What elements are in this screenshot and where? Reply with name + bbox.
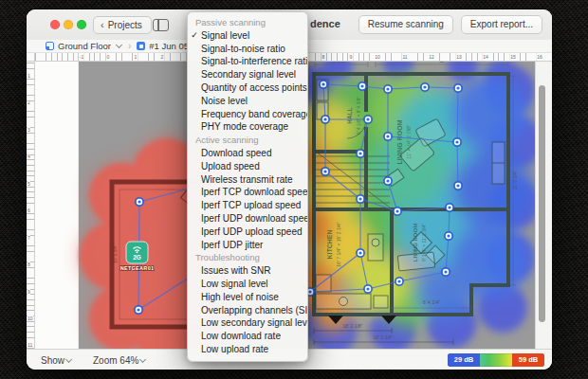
signal-scale-gradient: 29 dB 59 dB bbox=[448, 353, 544, 367]
ruler-number: 16 bbox=[536, 53, 543, 61]
menu-item-label: Iperf TCP upload speed bbox=[201, 199, 307, 212]
menu-item-signal-to-interference-ratio[interactable]: Signal-to-interference ratio bbox=[188, 55, 307, 68]
menu-section-header: Passive scanning bbox=[188, 16, 307, 29]
check-spacer bbox=[188, 95, 201, 108]
menu-item-signal-level[interactable]: ✓Signal level bbox=[188, 29, 307, 43]
zoom-menu-button[interactable]: Zoom 64% bbox=[93, 355, 146, 366]
show-menu-button[interactable]: Show bbox=[41, 355, 72, 366]
ruler-number: 13 bbox=[455, 53, 463, 61]
ruler-number: -1 bbox=[79, 53, 84, 61]
ruler-number: 3 bbox=[28, 127, 30, 133]
checkmark-icon: ✓ bbox=[188, 29, 201, 43]
check-spacer bbox=[188, 147, 201, 160]
survey-point[interactable] bbox=[445, 203, 454, 212]
ruler-number: 6 bbox=[28, 208, 30, 213]
export-report-button[interactable]: Export report... bbox=[461, 15, 542, 34]
menu-item-label: Iperf TCP download speed bbox=[201, 186, 308, 199]
menu-item-download-speed[interactable]: Download speed bbox=[188, 147, 307, 160]
survey-point[interactable] bbox=[356, 149, 365, 158]
check-spacer bbox=[188, 264, 201, 278]
menu-item-label: Wireless transmit rate bbox=[201, 173, 307, 187]
check-spacer bbox=[188, 81, 201, 95]
survey-point[interactable] bbox=[135, 197, 144, 207]
ruler-number: 1 bbox=[134, 53, 138, 61]
check-spacer bbox=[188, 278, 201, 291]
survey-point[interactable] bbox=[356, 194, 365, 204]
chevron-down-icon bbox=[65, 355, 72, 362]
vertical-scrollbar[interactable] bbox=[535, 62, 552, 349]
menu-item-label: Quantity of access points bbox=[201, 81, 307, 95]
minimize-window-button[interactable] bbox=[64, 20, 73, 29]
menu-item-low-signal-level[interactable]: Low signal level bbox=[188, 278, 307, 291]
ruler-number: 8 bbox=[28, 262, 30, 267]
check-spacer bbox=[188, 68, 201, 81]
vertical-ruler: 1234567891011 bbox=[27, 62, 35, 349]
sidebar-toggle-icon[interactable] bbox=[153, 19, 169, 31]
survey-point[interactable] bbox=[383, 84, 393, 94]
menu-item-label: Upload speed bbox=[201, 160, 307, 173]
survey-point[interactable] bbox=[441, 267, 450, 277]
survey-point[interactable] bbox=[444, 231, 453, 241]
survey-point[interactable] bbox=[395, 277, 404, 286]
app-window: ‹Projects dence Resume scanning Export r… bbox=[27, 9, 552, 370]
menu-item-iperf-tcp-upload-speed[interactable]: Iperf TCP upload speed bbox=[188, 199, 307, 212]
survey-point[interactable] bbox=[321, 115, 330, 124]
menu-item-signal-to-noise-ratio[interactable]: Signal-to-noise ratio bbox=[188, 43, 307, 56]
survey-point[interactable] bbox=[321, 167, 330, 176]
survey-point[interactable] bbox=[420, 82, 430, 92]
ruler-number: 2 bbox=[160, 53, 165, 61]
survey-point[interactable] bbox=[363, 115, 373, 124]
check-spacer bbox=[188, 316, 201, 330]
menu-item-label: Iperf UDP jitter bbox=[201, 239, 307, 252]
menu-item-upload-speed[interactable]: Upload speed bbox=[188, 160, 307, 173]
survey-point[interactable] bbox=[453, 181, 463, 190]
close-window-button[interactable] bbox=[50, 20, 60, 29]
menu-item-phy-mode-coverage[interactable]: PHY mode coverage bbox=[188, 120, 307, 134]
menu-item-overlapping-channels-sir-[interactable]: Overlapping channels (SIR) bbox=[188, 304, 307, 317]
check-spacer bbox=[188, 239, 201, 252]
survey-point[interactable] bbox=[358, 81, 367, 91]
ruler-number: 5 bbox=[28, 181, 30, 187]
check-spacer bbox=[188, 43, 201, 56]
scale-max-value: 59 dB bbox=[512, 353, 544, 367]
menu-section-header: Troubleshooting bbox=[188, 251, 307, 264]
survey-point[interactable] bbox=[319, 80, 328, 89]
check-spacer bbox=[188, 226, 201, 239]
menu-item-frequency-band-coverage[interactable]: Frequency band coverage bbox=[188, 108, 307, 121]
resume-scanning-button[interactable]: Resume scanning bbox=[358, 15, 453, 34]
check-spacer bbox=[188, 291, 201, 304]
menu-item-low-upload-rate[interactable]: Low upload rate bbox=[188, 343, 307, 356]
menu-item-high-level-of-noise[interactable]: High level of noise bbox=[188, 291, 307, 304]
menu-item-quantity-of-access-points[interactable]: Quantity of access points bbox=[188, 81, 307, 95]
menu-item-low-secondary-signal-level[interactable]: Low secondary signal level bbox=[188, 316, 307, 330]
menu-item-label: Download speed bbox=[201, 147, 307, 160]
ruler-number: 4 bbox=[28, 153, 30, 159]
ruler-number: 10 bbox=[374, 53, 381, 61]
scrollbar-thumb[interactable] bbox=[539, 85, 545, 322]
check-spacer bbox=[188, 343, 201, 356]
survey-point[interactable] bbox=[452, 137, 462, 147]
menu-item-wireless-transmit-rate[interactable]: Wireless transmit rate bbox=[188, 173, 307, 187]
survey-point[interactable] bbox=[393, 207, 402, 216]
menu-item-secondary-signal-level[interactable]: Secondary signal level bbox=[188, 68, 307, 81]
menu-item-iperf-udp-jitter[interactable]: Iperf UDP jitter bbox=[188, 239, 307, 252]
survey-point[interactable] bbox=[383, 176, 393, 186]
survey-point[interactable] bbox=[453, 83, 463, 93]
floor-selector[interactable]: Ground Floor bbox=[58, 41, 111, 51]
survey-point[interactable] bbox=[134, 305, 143, 315]
room-dims: 16' 7 1/4" × 16' 2 1/4" bbox=[336, 222, 341, 267]
ruler-number: 1 bbox=[28, 73, 30, 79]
menu-item-noise-level[interactable]: Noise level bbox=[188, 95, 307, 108]
survey-point[interactable] bbox=[356, 248, 365, 258]
menu-item-issues-with-snr[interactable]: Issues with SNR bbox=[188, 264, 307, 278]
survey-point[interactable] bbox=[383, 132, 393, 141]
menu-item-iperf-tcp-download-speed[interactable]: Iperf TCP download speed bbox=[188, 186, 307, 199]
menu-item-iperf-udp-upload-speed[interactable]: Iperf UDP upload speed bbox=[188, 226, 307, 239]
back-to-projects-button[interactable]: ‹Projects bbox=[93, 16, 152, 34]
dim-text: 18' 2 1/4" bbox=[374, 334, 394, 340]
menu-item-low-download-rate[interactable]: Low download rate bbox=[188, 330, 307, 343]
dim-text: 6' 4 1/4" bbox=[423, 299, 440, 305]
menu-item-iperf-udp-download-speed[interactable]: Iperf UDP download speed bbox=[188, 212, 307, 226]
zoom-window-button[interactable] bbox=[77, 20, 86, 29]
survey-point[interactable] bbox=[363, 284, 373, 294]
